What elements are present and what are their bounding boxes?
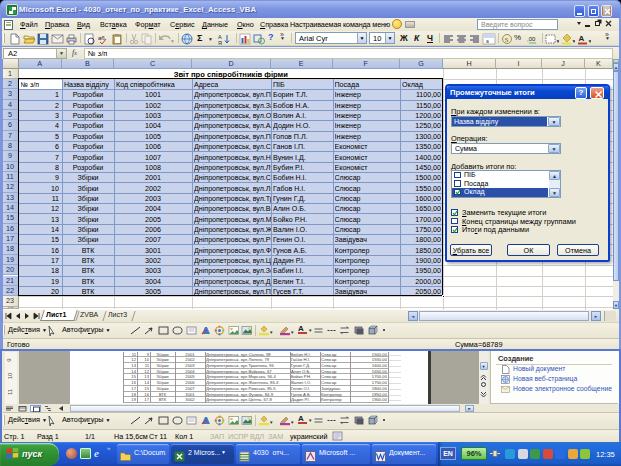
svg-text:▼: ▼	[588, 38, 592, 44]
svg-text:▼: ▼	[556, 38, 560, 44]
svg-text:А: А	[579, 34, 585, 43]
svg-text:аб: аб	[98, 35, 105, 41]
svg-text:▼: ▼	[572, 38, 576, 44]
svg-text:▼: ▼	[269, 330, 273, 335]
svg-text:Я: Я	[218, 39, 222, 45]
svg-text:,00: ,00	[527, 36, 536, 42]
svg-text:а: а	[486, 38, 489, 44]
svg-text:▼: ▼	[170, 38, 174, 44]
svg-text:S: S	[505, 35, 509, 42]
svg-text:▼: ▼	[269, 420, 273, 425]
svg-text:▼: ▼	[290, 420, 294, 425]
svg-text:▼: ▼	[290, 330, 294, 335]
